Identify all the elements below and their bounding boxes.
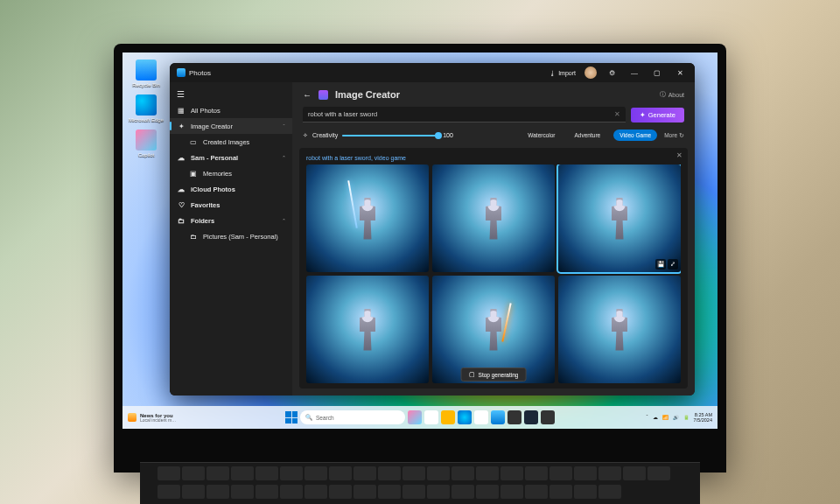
tray-battery-icon[interactable]: 🔋 [683,415,690,420]
copilot-icon [136,130,157,150]
desktop-icon-label: Recycle Bin [132,82,160,88]
taskbar-center: 🔍 Search [228,410,612,424]
creativity-value: 100 [443,132,453,138]
sidebar-item-folder-pictures[interactable]: 🗀 Pictures (Sam - Personal) [170,228,292,244]
main-panel: ← Image Creator ⓘ About robot with a las… [292,82,695,396]
titlebar[interactable]: Photos ⭳ Import ⚙ — ▢ ✕ [170,63,695,82]
sidebar-item-label: Sam - Personal [191,154,238,162]
minimize-button[interactable]: — [623,63,646,82]
memories-icon: ▣ [189,169,198,178]
result-thumb-1[interactable] [306,164,429,272]
taskbar-search[interactable]: 🔍 Search [300,410,405,424]
taskbar-app-explorer[interactable] [441,410,455,424]
tray-volume-icon[interactable]: 🔊 [673,415,679,420]
refresh-icon: ↻ [679,132,684,139]
page-title: Image Creator [335,89,653,100]
about-button[interactable]: ⓘ About [660,90,684,99]
sidebar-item-label: Folders [191,217,214,225]
result-thumb-3[interactable]: 💾 ⤢ [558,164,681,272]
search-icon: 🔍 [305,414,312,421]
taskbar-app-task-view[interactable] [424,410,438,424]
gallery-icon: ▦ [177,106,186,115]
stop-icon: ▢ [469,371,475,378]
desktop-icon-label: Copilot [138,152,155,158]
more-styles-button[interactable]: More ↻ [664,132,684,139]
results-caption: robot with a laser sword, video game [306,153,681,164]
hamburger-button[interactable]: ☰ [170,86,292,102]
sidebar-item-label: Memories [203,170,232,178]
sidebar-item-image-creator[interactable]: ✦ Image Creator ˄ [170,118,292,134]
slider-thumb[interactable] [435,132,442,139]
settings-button[interactable]: ⚙ [600,63,623,82]
sidebar-item-label: Created Images [203,138,249,146]
gear-icon: ⚙ [609,69,615,77]
slider-fill [342,135,438,136]
about-label: About [668,92,684,98]
taskbar: News for you Local incident m… 🔍 Search [122,406,718,429]
edge-icon [136,94,157,116]
taskbar-app-steam[interactable] [524,410,538,424]
tray-chevron-icon[interactable]: ˄ [646,415,648,420]
expand-thumb-button[interactable]: ⤢ [668,259,678,270]
taskbar-app-xbox[interactable] [508,410,522,424]
style-pill-adventure[interactable]: Adventure [569,130,607,141]
main-header: ← Image Creator ⓘ About [292,82,695,103]
result-thumb-2[interactable] [432,164,555,272]
sidebar-item-label: Favorites [191,201,220,209]
taskbar-tray: ˄ ☁ 📶 🔊 🔋 8:25 AM 7/5/2024 [612,412,718,423]
clock-date: 7/5/2024 [694,417,712,423]
desktop-icon-label: Microsoft Edge [129,117,164,122]
user-avatar[interactable] [584,66,597,79]
desktop-icon-copilot[interactable]: Copilot [126,130,166,158]
clear-input-button[interactable]: ✕ [614,110,620,118]
desktop-icon-recycle-bin[interactable]: Recycle Bin [126,60,166,88]
desktop-icon-edge[interactable]: Microsoft Edge [126,94,166,122]
results-panel: ✕ robot with a laser sword, video game 💾… [299,148,688,388]
start-button[interactable] [285,411,298,424]
sidebar-item-created-images[interactable]: ▭ Created Images [170,134,292,150]
results-close-button[interactable]: ✕ [676,151,682,159]
photos-app-icon [177,68,186,77]
taskbar-app-misc[interactable] [541,410,555,424]
sidebar-item-label: iCloud Photos [191,186,235,193]
prompt-input[interactable]: robot with a laser sword ✕ [303,107,626,122]
results-grid: 💾 ⤢ [306,164,681,383]
maximize-button[interactable]: ▢ [646,63,668,82]
photo-backdrop: Recycle Bin Microsoft Edge Copilot Photo… [0,0,840,504]
style-pill-watercolor[interactable]: Watercolor [522,130,561,141]
sidebar-item-icloud[interactable]: ☁ iCloud Photos [170,181,292,197]
result-thumb-6[interactable] [558,276,681,383]
tray-wifi-icon[interactable]: 📶 [662,415,668,420]
taskbar-widgets-button[interactable]: News for you Local incident m… [122,413,228,423]
import-button[interactable]: ⭳ Import [544,68,581,78]
taskbar-app-store[interactable] [474,410,488,424]
taskbar-app-edge[interactable] [458,410,472,424]
creativity-slider[interactable] [342,135,438,136]
tray-onedrive-icon[interactable]: ☁ [653,415,658,420]
generate-icon: ✦ [640,111,646,119]
save-thumb-button[interactable]: 💾 [655,259,666,270]
sidebar-item-favorites[interactable]: ♡ Favorites [170,197,292,213]
taskbar-app-photos[interactable] [491,410,505,424]
taskbar-clock[interactable]: 8:25 AM 7/5/2024 [694,412,712,423]
minimize-icon: — [631,69,638,77]
result-thumb-4[interactable] [306,276,429,383]
recycle-bin-icon [136,60,157,80]
generate-label: Generate [648,111,676,119]
generate-button[interactable]: ✦ Generate [631,108,684,122]
taskbar-app-copilot[interactable] [408,410,422,424]
sidebar-item-folders[interactable]: 🗀 Folders ˄ [170,213,292,228]
window-title: Photos [189,69,211,77]
stop-generating-button[interactable]: ▢ Stop generating [461,368,527,382]
sidebar-item-all-photos[interactable]: ▦ All Photos [170,102,292,118]
sidebar-item-memories[interactable]: ▣ Memories [170,165,292,181]
chevron-up-icon: ˄ [283,155,285,161]
style-pill-video-game[interactable]: Video Game [613,130,657,141]
laptop-screen: Recycle Bin Microsoft Edge Copilot Photo… [122,52,718,429]
sidebar: ☰ ▦ All Photos ✦ Image Creator ˄ ▭ Creat… [170,82,292,396]
laptop-keyboard [140,462,700,504]
folder-icon: 🗀 [177,216,186,225]
close-button[interactable]: ✕ [668,63,691,82]
back-button[interactable]: ← [303,90,312,100]
sidebar-item-account[interactable]: ☁ Sam - Personal ˄ [170,150,292,165]
